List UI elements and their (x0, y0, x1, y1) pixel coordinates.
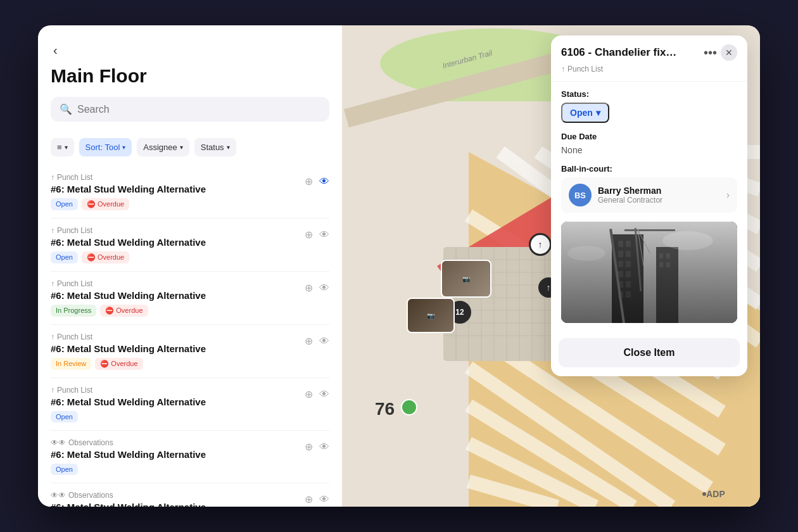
filter-icon: ≡ (57, 142, 62, 152)
status-badge: Open (51, 198, 78, 210)
ball-in-court[interactable]: BS Barry Sherman General Contractor › (561, 177, 737, 213)
item-content: ↑ Punch List #6: Metal Stud Welding Alte… (51, 386, 300, 422)
item-type: ↑ Punch List (51, 173, 300, 182)
detail-header: 6106 - Chandelier fix… ••• ✕ (551, 35, 747, 61)
list-item[interactable]: 👁👁 Observations #6: Metal Stud Welding A… (51, 483, 329, 507)
item-content: ↑ Punch List #6: Metal Stud Welding Alte… (51, 279, 300, 317)
item-content: 👁👁 Observations #6: Metal Stud Welding A… (51, 438, 300, 475)
item-title: #6: Metal Stud Welding Alternative (51, 449, 300, 460)
list-item[interactable]: ↑ Punch List #6: Metal Stud Welding Alte… (51, 378, 329, 431)
observations-icon: 👁👁 (51, 491, 66, 500)
close-item-button[interactable]: Close Item (559, 338, 740, 367)
list-item[interactable]: ↑ Punch List #6: Metal Stud Welding Alte… (51, 272, 329, 325)
punch-list-icon: ↑ (51, 226, 54, 235)
assignee-chevron: ▾ (180, 144, 183, 151)
assignee-button[interactable]: Assignee ▾ (137, 138, 189, 156)
detail-panel: 6106 - Chandelier fix… ••• ✕ ↑ Punch Lis… (551, 35, 747, 376)
observations-icon: 👁👁 (51, 438, 66, 447)
move-icon[interactable]: ⊕ (305, 229, 313, 241)
sidebar-header: ‹ Main Floor 🔍 (38, 25, 342, 138)
move-icon[interactable]: ⊕ (305, 335, 313, 347)
back-button[interactable]: ‹ (51, 41, 60, 60)
item-title: #6: Metal Stud Welding Alternative (51, 343, 300, 354)
item-actions: ⊕ 👁 (305, 226, 329, 241)
bic-label: Ball-in-court: (561, 164, 737, 174)
detail-image (561, 222, 737, 323)
item-content: ↑ Punch List #6: Metal Stud Welding Alte… (51, 226, 300, 263)
search-input[interactable] (77, 104, 320, 115)
status-label: Status (201, 142, 224, 152)
eye-icon[interactable]: 👁 (319, 336, 329, 347)
detail-body: Status: Open ▾ Due Date None Ball-in-cou… (551, 82, 747, 338)
detail-type: ↑ Punch List (551, 61, 747, 82)
eye-icon[interactable]: 👁 (319, 176, 329, 187)
item-type: ↑ Punch List (51, 332, 300, 341)
item-actions: ⊕ 👁 (305, 386, 329, 400)
filter-toggle-button[interactable]: ≡ ▾ (51, 138, 74, 156)
due-date-field: Due Date None (561, 132, 737, 155)
item-type: 👁👁 Observations (51, 491, 300, 500)
svg-text:76: 76 (375, 399, 395, 419)
punch-list-icon: ↑ (51, 173, 54, 182)
item-title: #6: Metal Stud Welding Alternative (51, 396, 300, 407)
assignee-label: Assignee (143, 142, 177, 152)
move-icon[interactable]: ⊕ (305, 388, 313, 400)
bic-name: Barry Sherman (598, 186, 662, 196)
item-actions: ⊕ 👁 (305, 438, 329, 453)
list-item[interactable]: ↑ Punch List #6: Metal Stud Welding Alte… (51, 218, 329, 272)
item-title: #6: Metal Stud Welding Alternative (51, 184, 300, 194)
bic-role: General Contractor (598, 196, 662, 205)
badge-row: In Progress ⛔ Overdue (51, 305, 300, 317)
eye-icon[interactable]: 👁 (319, 282, 329, 294)
sort-chevron: ▾ (122, 144, 125, 151)
svg-point-46 (702, 492, 706, 496)
item-actions: ⊕ 👁 (305, 332, 329, 347)
map-photo-1[interactable]: 📷 (441, 260, 491, 298)
bic-info: BS Barry Sherman General Contractor (569, 184, 662, 206)
map-pin-selected[interactable]: ↑ (529, 233, 552, 256)
badge-row: Open ⛔ Overdue (51, 251, 300, 263)
page-title: Main Floor (51, 65, 329, 87)
eye-icon[interactable]: 👁 (319, 441, 329, 453)
eye-icon[interactable]: 👁 (319, 494, 329, 505)
overdue-badge: ⛔ Overdue (82, 198, 129, 210)
due-date-label: Due Date (561, 132, 737, 141)
status-value: Open (570, 108, 593, 118)
status-chevron: ▾ (227, 144, 230, 151)
item-title: #6: Metal Stud Welding Alternative (51, 290, 300, 301)
map-photo-2[interactable]: 📷 (407, 298, 455, 333)
svg-point-48 (402, 400, 417, 415)
punch-list-icon: ↑ (51, 279, 54, 288)
item-actions: ⊕ 👁 (305, 173, 329, 187)
item-actions: ⊕ 👁 (305, 491, 329, 505)
eye-icon[interactable]: 👁 (319, 229, 329, 241)
eye-icon[interactable]: 👁 (319, 389, 329, 400)
move-icon[interactable]: ⊕ (305, 441, 313, 453)
move-icon[interactable]: ⊕ (305, 282, 313, 294)
move-icon[interactable]: ⊕ (305, 175, 313, 187)
detail-more-button[interactable]: ••• (700, 46, 721, 60)
sidebar: ‹ Main Floor 🔍 ≡ ▾ Sort: Tool ▾ Assignee… (38, 25, 342, 507)
filter-chevron: ▾ (65, 144, 68, 151)
map-area: Interurban Trail (342, 25, 760, 507)
sort-button[interactable]: Sort: Tool ▾ (79, 138, 132, 156)
overdue-badge: ⛔ Overdue (95, 358, 142, 370)
badge-row: In Review ⛔ Overdue (51, 358, 300, 370)
item-type: ↑ Punch List (51, 386, 300, 395)
status-open-button[interactable]: Open ▾ (561, 103, 609, 123)
list-item[interactable]: ↑ Punch List #6: Metal Stud Welding Alte… (51, 165, 329, 218)
search-icon: 🔍 (60, 103, 72, 115)
status-chevron: ▾ (596, 108, 600, 118)
status-field: Status: Open ▾ (561, 89, 737, 123)
punch-list-icon: ↑ (51, 332, 54, 341)
move-icon[interactable]: ⊕ (305, 493, 313, 505)
status-field-label: Status: (561, 89, 737, 99)
badge-row: Open (51, 464, 300, 475)
status-button[interactable]: Status ▾ (194, 138, 236, 156)
list-item[interactable]: 👁👁 Observations #6: Metal Stud Welding A… (51, 431, 329, 483)
item-content: ↑ Punch List #6: Metal Stud Welding Alte… (51, 332, 300, 370)
overdue-badge: ⛔ Overdue (82, 251, 129, 263)
list-item[interactable]: ↑ Punch List #6: Metal Stud Welding Alte… (51, 325, 329, 378)
bic-chevron-icon: › (726, 189, 730, 201)
detail-close-button[interactable]: ✕ (721, 44, 737, 61)
